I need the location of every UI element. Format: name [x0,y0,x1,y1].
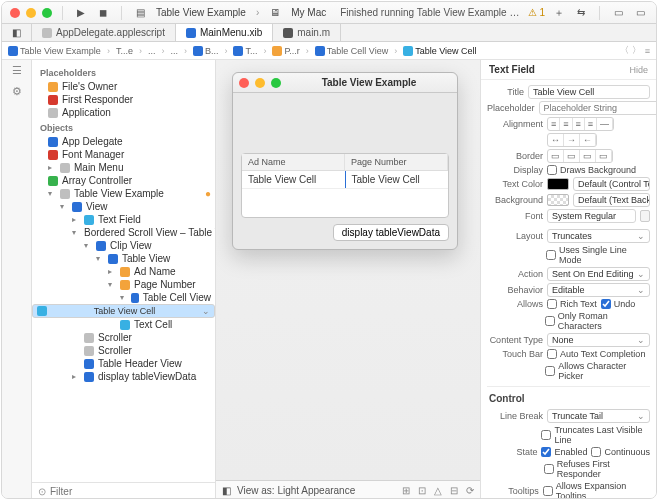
outline-item[interactable]: ▸Ad Name [32,265,215,278]
library-icon[interactable]: ▭ [610,7,626,18]
jump-bar[interactable]: Table View Example T...e ... ... B... T.… [2,42,656,60]
warning-badge[interactable]: ⚠ 1 [528,7,545,18]
embed-icon[interactable]: ⊟ [450,485,458,496]
outline-item[interactable]: Application [32,106,215,119]
file-tab[interactable]: AppDelegate.applescript [32,24,176,41]
undo-check[interactable] [601,299,611,309]
field-label: Font [487,211,543,221]
outline-item[interactable]: First Responder [32,93,215,106]
color-swatch[interactable] [547,178,569,190]
outline-item[interactable]: Font Manager [32,148,215,161]
minimize-icon[interactable] [26,8,36,18]
close-icon[interactable] [10,8,20,18]
field-label: Layout [487,231,543,241]
navigator-toggle[interactable]: ◧ [2,24,32,41]
align-icon[interactable]: ⊞ [402,485,410,496]
outline-item[interactable]: ▾Table Cell View [32,291,215,304]
column-header[interactable]: Ad Name [242,154,345,170]
column-header[interactable]: Page Number [345,154,448,170]
outline-item[interactable]: ▾Clip View [32,239,215,252]
color-swatch[interactable] [547,194,569,206]
field-label: Placeholder [487,103,535,113]
outline-item[interactable]: Text Cell [32,318,215,331]
outline-item[interactable]: ▾Table View Example● [32,187,215,200]
rich-text-check[interactable] [547,299,557,309]
ib-canvas[interactable]: Table View Example Ad Name Page Number T… [216,60,480,499]
outline-item-selected[interactable]: Table View Cell [32,304,215,318]
outline-item[interactable]: ▾Table View [32,252,215,265]
outline-item[interactable]: ▾View [32,200,215,213]
bg-color-select[interactable]: Default (Text Background Col... [573,193,650,207]
char-picker-check[interactable] [545,366,555,376]
trunc-last-check[interactable] [541,430,551,440]
outline-item[interactable]: ▸display tableViewData [32,370,215,383]
auto-complete-check[interactable] [547,349,557,359]
stop-icon[interactable]: ◼ [95,7,111,18]
outline-item[interactable]: ▾Bordered Scroll View – Table View [32,226,215,239]
outline-item[interactable]: ▾Page Number [32,278,215,291]
outline-filter[interactable]: ⊙ [32,482,215,499]
outline-group: Objects [32,119,215,135]
table-cell[interactable]: Table View Cell [242,171,345,188]
display-button[interactable]: display tableViewData [333,224,449,241]
run-icon[interactable]: ▶ [73,7,89,18]
outline-item[interactable]: Scroller [32,344,215,357]
enabled-check[interactable] [541,447,551,457]
outline-item[interactable]: Table Header View [32,357,215,370]
mock-window-title: Table View Example [287,77,451,88]
file-tab[interactable]: main.m [273,24,341,41]
border-segmented[interactable]: ▭▭▭▭ [547,149,613,163]
appearance-toggle-icon[interactable]: ◧ [222,485,231,496]
adjust-icon[interactable]: ⚙ [12,85,22,98]
draws-bg-check[interactable] [547,165,557,175]
inspectors-toggle-icon[interactable]: ▭ [632,7,648,18]
field-label: Touch Bar [487,349,543,359]
activity-icon[interactable]: ⇆ [573,7,589,18]
build-status: Finished running Table View Example : Ta… [334,7,521,18]
alignment-segmented[interactable]: ≡≡≡≡— [547,117,614,131]
continuous-check[interactable] [591,447,601,457]
inspector-title: Text Field [489,64,535,75]
outline-item[interactable]: File's Owner [32,80,215,93]
text-color-select[interactable]: Default (Control Text Color) [573,177,650,191]
pin-icon[interactable]: ⊡ [418,485,426,496]
tooltips-check[interactable] [543,486,553,496]
zoom-icon[interactable] [42,8,52,18]
update-frames-icon[interactable]: ⟳ [466,485,474,496]
font-field[interactable]: System Regular [547,209,636,223]
scheme-name[interactable]: Table View Example [154,7,248,18]
outline-item[interactable]: Scroller [32,331,215,344]
font-stepper[interactable] [640,210,650,222]
hide-button[interactable]: Hide [629,65,648,75]
single-line-check[interactable] [546,250,556,260]
document-outline: Placeholders File's Owner First Responde… [32,60,216,499]
file-tab-strip: ◧ AppDelegate.applescript MainMenu.xib m… [2,24,656,42]
table-cell-editing[interactable]: Table View Cell [345,171,449,188]
content-type-select[interactable]: None [547,333,650,347]
plus-icon[interactable]: ＋ [551,6,567,20]
view-as-label[interactable]: View as: Light Appearance [237,485,355,496]
canvas-area[interactable]: Table View Example Ad Name Page Number T… [216,60,480,480]
filter-input[interactable] [50,486,209,497]
linebreak-select[interactable]: Truncate Tail [547,409,650,423]
outline-item[interactable]: App Delegate [32,135,215,148]
layout-select[interactable]: Truncates [547,229,650,243]
refuses-fr-check[interactable] [544,464,554,474]
mock-table[interactable]: Ad Name Page Number Table View Cell Tabl… [241,153,449,218]
placeholder-input[interactable] [539,101,656,115]
file-tab[interactable]: MainMenu.xib [176,24,273,41]
outline-item[interactable]: ▸Main Menu [32,161,215,174]
action-select[interactable]: Sent On End Editing [547,267,650,281]
outline-item[interactable]: ▸Text Field [32,213,215,226]
direction-segmented[interactable]: ↔→← [547,133,597,147]
minimize-icon [255,78,265,88]
outline-item[interactable]: Array Controller [32,174,215,187]
outline-icon[interactable]: ☰ [12,64,22,77]
field-label: Content Type [487,335,543,345]
behavior-select[interactable]: Editable [547,283,650,297]
resolve-icon[interactable]: △ [434,485,442,496]
device-name[interactable]: My Mac [289,7,328,18]
roman-check[interactable] [545,316,555,326]
title-input[interactable] [528,85,650,99]
mock-window[interactable]: Table View Example Ad Name Page Number T… [232,72,458,250]
